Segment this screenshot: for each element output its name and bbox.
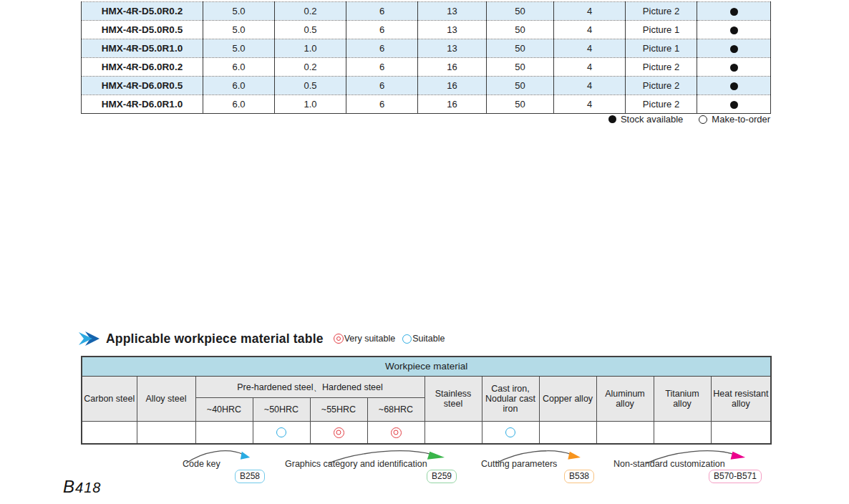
col-header-50hrc: ~50HRC [253,398,310,422]
spec-cell: 5.0 [203,39,275,58]
stock-available-dot-icon [730,101,738,109]
annotation-item: Graphics category and identification B25… [285,459,427,469]
spec-cell: 13 [418,39,487,58]
col-header-aluminum-alloy: Aluminum alloy [596,377,654,422]
col-header-stainless-steel: Stainless steel [424,377,482,422]
spec-cell: Picture 2 [626,58,697,77]
rating-cell [253,422,310,445]
very-suitable-icon [334,334,344,344]
spec-cell: 1.0 [275,95,346,114]
col-header-copper-alloy: Copper alloy [539,377,596,422]
page-ref-badge: B570-B571 [709,470,762,483]
catalog-page: HMX-4R-D5.0R0.25.00.2613504Picture 2HMX-… [0,0,849,504]
rating-cell [424,422,482,445]
spec-cell: 0.2 [275,58,346,77]
suitable-label: Suitable [412,334,445,344]
page-number-digits: 418 [75,480,101,495]
stock-cell [697,2,771,21]
spec-cell: 6.0 [203,95,275,114]
model-cell: HMX-4R-D6.0R0.5 [82,77,203,95]
rating-cell [654,422,711,445]
model-cell: HMX-4R-D5.0R1.0 [82,39,203,58]
stock-available-dot-icon [608,115,616,123]
stock-cell [697,39,771,58]
spec-cell: Picture 2 [626,95,697,114]
spec-row: HMX-4R-D6.0R1.06.01.0616504Picture 2 [82,95,771,114]
page-ref-badge: B538 [564,470,594,483]
rating-cell [539,422,596,445]
stock-available-label: Stock available [621,114,683,125]
rating-cell [367,422,424,445]
stock-cell [697,58,771,77]
spec-cell: 5.0 [203,21,275,39]
spec-cell: Picture 1 [626,21,697,39]
spec-cell: 50 [487,39,554,58]
annotation-item: Non-standard customization B570-B571 [613,459,725,469]
spec-cell: 6 [346,95,418,114]
section-title: Applicable workpiece material table [106,331,324,346]
spec-cell: 6 [346,21,418,39]
suitability-legend: Very suitable Suitable [334,334,445,344]
spec-row: HMX-4R-D6.0R0.26.00.2616504Picture 2 [82,58,771,77]
stock-available-dot-icon [730,8,738,16]
col-header-55hrc: ~55HRC [310,398,367,422]
rating-cell [711,422,771,445]
spec-cell: 0.5 [275,21,346,39]
spec-cell: 0.2 [275,2,346,21]
spec-cell: 4 [554,21,626,39]
suitable-icon [505,427,515,437]
spec-cell: Picture 1 [626,39,697,58]
spec-cell: 4 [554,39,626,58]
spec-row: HMX-4R-D5.0R0.25.00.2613504Picture 2 [82,2,771,21]
page-number-prefix: B [63,477,75,496]
col-header-alloy-steel: Alloy steel [137,377,195,422]
suitable-icon [402,334,412,344]
stock-available-dot-icon [730,64,738,72]
spec-cell: 5.0 [203,2,275,21]
stock-legend: Stock available Make-to-order [608,114,770,125]
col-header-40hrc: ~40HRC [195,398,253,422]
col-header-cast-iron: Cast iron, Nodular cast iron [482,377,539,422]
workpiece-material-table: Workpiece material Carbon steel Alloy st… [81,356,772,445]
spec-cell: Picture 2 [626,2,697,21]
spec-cell: 4 [554,95,626,114]
spec-cell: 6.0 [203,77,275,95]
rating-cell [137,422,195,445]
spec-cell: 16 [418,58,487,77]
spec-row: HMX-4R-D5.0R0.55.00.5613504Picture 1 [82,21,771,39]
spec-cell: 50 [487,77,554,95]
spec-table-body: HMX-4R-D5.0R0.25.00.2613504Picture 2HMX-… [82,2,771,114]
stock-available-dot-icon [730,45,738,53]
page-ref-badge: B259 [427,470,457,483]
stock-cell [697,95,771,114]
make-to-order-circle-icon [699,115,707,124]
suitable-icon [276,427,286,437]
spec-cell: 50 [487,21,554,39]
rating-cell [195,422,253,445]
spec-cell: 16 [418,77,487,95]
rating-cell [482,422,539,445]
spec-cell: 4 [554,77,626,95]
stock-available-dot-icon [730,26,738,34]
col-header-titanium-alloy: Titanium alloy [654,377,711,422]
spec-cell: 1.0 [275,39,346,58]
col-header-68hrc: ~68HRC [367,398,424,422]
spec-cell: 50 [487,2,554,21]
page-number: B418 [63,477,101,497]
stock-available-dot-icon [730,82,738,90]
spec-cell: 4 [554,58,626,77]
rating-cell [82,422,137,445]
material-banner: Workpiece material [82,357,771,377]
spec-cell: 13 [418,21,487,39]
ratings-row [82,422,771,445]
spec-table: HMX-4R-D5.0R0.25.00.2613504Picture 2HMX-… [81,1,771,114]
annotation-item: Cutting parameters B538 [481,459,557,469]
spec-cell: 6 [346,58,418,77]
spec-row: HMX-4R-D6.0R0.56.00.5616504Picture 2 [82,77,771,95]
stock-cell [697,77,771,95]
spec-cell: 13 [418,2,487,21]
model-cell: HMX-4R-D5.0R0.5 [82,21,203,39]
very-suitable-label: Very suitable [344,334,396,344]
spec-cell: 50 [487,58,554,77]
very-suitable-icon [334,427,344,438]
